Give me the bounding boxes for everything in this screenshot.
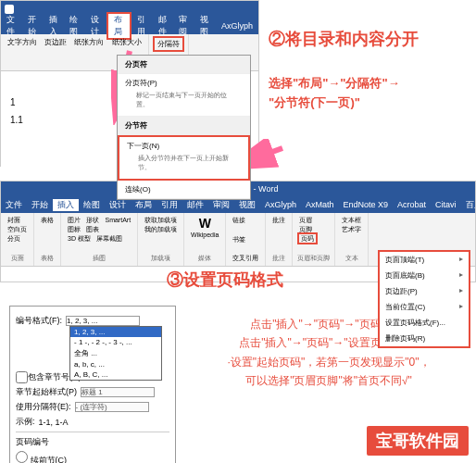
ribbon-comments: 批注 批注 [266,213,293,266]
number-format-dropdown: 1, 2, 3, ... - 1 -, - 2 -, - 3 -, ... 全角… [69,326,162,381]
tab2-axmath[interactable]: AxMath [301,200,339,209]
page-numbering-label: 页码编号 [16,436,169,448]
breaks-dropdown: 分页符 分页符(P) 标记一页结束与下一页开始的位置。 分节符 下一页(N) 插… [117,55,251,200]
picture-btn[interactable]: 图片 [66,216,82,224]
text-direction-btn[interactable]: 文字方向 [5,36,40,48]
tab2-layout[interactable]: 布局 [131,199,157,211]
bottom-line4: 可以选择"页眉页脚"将"首页不同√" [185,371,472,390]
cover-btn[interactable]: 封面 [6,216,22,224]
separator-row: 使用分隔符(E): [16,401,169,413]
header-btn[interactable]: 页眉 [297,216,314,224]
crossref-btn[interactable]: 交叉引用 [231,254,260,262]
example-row: 示例: 1-1, 1-A [16,416,169,428]
page-number-submenu: 页面顶端(T)▸ 页面底端(B)▸ 页边距(P)▸ 当前位置(C)▸ 设置页码格… [378,250,470,348]
continuous-break-item[interactable]: 连续(O) [118,181,250,199]
tab2-mail[interactable]: 邮件 [182,199,208,211]
format-opt-2[interactable]: 全角 ... [70,347,161,359]
tab2-axglyph[interactable]: AxGlyph [260,200,301,209]
tab2-baidu[interactable]: 百度网盘 [461,199,475,211]
bottom-line3: ·设置"起始页码"，若第一页发现显示"0"， [185,353,472,371]
ribbon-text: 文本框 艺术字 文本 [335,213,369,266]
document-numbering: 1 1.1 [1,71,84,182]
page-number-btn[interactable]: 页码 [297,232,318,244]
format-opt-1[interactable]: - 1 -, - 2 -, - 3 -, ... [70,337,161,347]
annotation-step2-title: ②将目录和内容分开 [269,28,419,50]
format-page-number-item[interactable]: 设置页码格式(F)... [380,315,469,331]
chapter-start-input [81,387,155,397]
current-position-item[interactable]: 当前位置(C)▸ [380,299,469,315]
remove-page-number-item[interactable]: 删除页码(R) [380,331,469,346]
ribbon-tables: 表格 表格 [34,213,61,266]
orientation-btn[interactable]: 纸张方向 [71,36,106,48]
tab2-endnote[interactable]: EndNote X9 [339,200,394,209]
section-breaks-header: 分节符 [118,117,250,135]
textbox-btn[interactable]: 文本框 [340,216,363,224]
include-chapter-checkbox[interactable] [16,371,28,383]
table-btn[interactable]: 表格 [39,216,56,224]
tab2-citavi[interactable]: Citavi [431,200,461,209]
tab2-references[interactable]: 引用 [157,199,182,211]
wordart-btn[interactable]: 艺术字 [340,225,363,233]
icons-btn[interactable]: 图标 [66,225,82,233]
number-format-select[interactable] [66,316,140,326]
continue-radio-row: 续前节(C) [16,451,169,463]
format-opt-4[interactable]: A, B, C, ... [70,369,161,380]
menubar-top: 文件 开始 插入 绘图 设计 布局 引用 邮件 审阅 视图 AxGlyph [1,18,258,34]
link-btn[interactable]: 链接 [231,216,247,224]
page-break-item[interactable]: 分页符(P) 标记一页结束与下一页开始的位置。 [118,74,250,117]
page-top-item[interactable]: 页面顶端(T)▸ [380,252,469,268]
3d-btn[interactable]: 3D 模型 [66,234,93,243]
number-format-row: 编号格式(F): 1, 2, 3, ... - 1 -, - 2 -, - 3 … [16,315,169,327]
separator-label: 使用分隔符(E): [16,401,71,413]
logo-badge: 宝哥软件园 [365,424,470,457]
doc-number-1: 1 [10,97,75,107]
page-margin-item[interactable]: 页边距(P)▸ [380,283,469,299]
annotation-step3-title: ③设置页码格式 [167,269,283,291]
page-bottom-item[interactable]: 页面底端(B)▸ [380,268,469,283]
doc-number-1-1: 1.1 [10,115,75,125]
blank-btn[interactable]: 空白页 [6,225,29,233]
continue-radio[interactable] [16,451,28,463]
size-btn[interactable]: 纸张大小 [109,36,144,48]
wikipedia-icon[interactable]: W [189,216,220,231]
example-value: 1-1, 1-A [39,418,69,427]
shapes-btn[interactable]: 形状 [84,216,101,224]
word-window-top: 文件 开始 插入 绘图 设计 布局 引用 邮件 审阅 视图 AxGlyph 文字… [0,0,259,167]
tab2-home[interactable]: 开始 [27,199,53,211]
number-format-label: 编号格式(F): [16,315,62,327]
tab2-draw[interactable]: 绘图 [79,199,105,211]
ribbon-links: 链接 书签 交叉引用 [226,213,266,266]
tab2-acrobat[interactable]: Acrobat [393,200,431,209]
separator-input [75,402,149,412]
tab-view[interactable]: 视图 [194,14,216,38]
tab2-insert[interactable]: 插入 [53,199,79,211]
bookmark-btn[interactable]: 书签 [231,235,247,244]
annotation-step2-desc: 选择"布局"→"分隔符"→ "分节符(下一页)" [269,74,400,113]
tab-axglyph[interactable]: AxGlyph [216,21,258,31]
chapter-start-row: 章节起始样式(P) [16,386,169,398]
margins-btn[interactable]: 页边距 [42,36,69,48]
ribbon-addins: 获取加载项 我的加载项 加载项 [138,213,184,266]
smartart-btn[interactable]: SmartArt [103,216,132,224]
section-page-breaks: 分页符 [118,56,250,74]
tab2-file[interactable]: 文件 [1,199,27,211]
tab2-review[interactable]: 审阅 [208,199,234,211]
tab2-design[interactable]: 设计 [105,199,131,211]
next-page-break-item[interactable]: 下一页(N) 插入分节符并在下一页上开始新节。 [118,135,250,181]
ribbon-illustrations: 图片 形状 SmartArt 图标 图表 3D 模型 屏幕截图 插图 [61,213,138,266]
get-addins-btn[interactable]: 获取加载项 [143,216,179,224]
word-icon [5,5,14,14]
screenshot-btn[interactable]: 屏幕截图 [94,234,124,243]
comment-btn[interactable]: 批注 [270,216,287,224]
format-opt-3[interactable]: a, b, c, ... [70,359,161,369]
page-numbering-section: 页码编号 续前节(C) 起始页码(A): [16,432,169,463]
tab2-view[interactable]: 视图 [234,199,260,211]
format-opt-0[interactable]: 1, 2, 3, ... [70,327,161,337]
ribbon-header-footer: 页眉 页脚 页码 页眉和页脚 [293,213,335,266]
my-addins-btn[interactable]: 我的加载项 [143,225,179,233]
chart-btn[interactable]: 图表 [84,225,101,233]
wikipedia-btn[interactable]: Wikipedia [189,231,220,239]
pagebreak-btn[interactable]: 分页 [6,234,22,243]
ribbon-pages: 封面 空白页 分页 页面 [1,213,34,266]
breaks-btn[interactable]: 分隔符 [153,36,184,52]
